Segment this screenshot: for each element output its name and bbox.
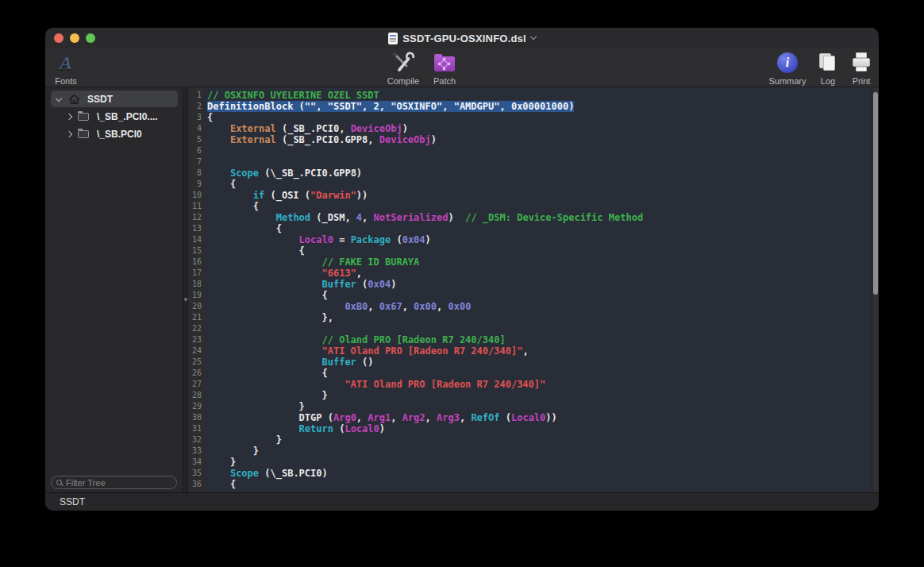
summary-label: Summary [768,76,806,86]
code-line[interactable]: Method (_DSM, 4, NotSerialized) // _DSM:… [204,212,872,223]
line-number: 16 [188,256,204,268]
line-number: 28 [188,390,204,401]
code-line[interactable]: Scope (\_SB_.PCI0.GPP8) [204,168,872,179]
line-number: 20 [188,301,204,312]
code-line[interactable]: Return (Local0) [204,423,872,434]
line-numbers: 1234567891011121314151617181920212223242… [188,87,204,492]
compile-button[interactable]: Compile [379,51,427,86]
tree-item-sb-pci0[interactable]: \_SB.PCI0 [45,125,183,143]
line-number: 14 [188,234,204,245]
tree-item-ssdt[interactable]: SSDT [45,91,183,108]
code-line[interactable]: DefinitionBlock ("", "SSDT", 2, "OSXINFO… [204,101,872,112]
code-line[interactable]: { [204,245,872,256]
code-line[interactable]: { [204,368,872,379]
navigation-tree: SSDT \_SB_.PCI0.... \_SB.PCI0 [45,87,183,143]
code-line[interactable]: 0xB0, 0x67, 0x00, 0x00 [204,301,872,312]
code-line[interactable]: { [204,112,872,123]
line-number: 21 [188,312,204,323]
chevron-right-icon[interactable] [66,131,72,137]
patch-folder-gear-icon [434,56,455,71]
line-number: 26 [188,368,204,379]
status-path: SSDT [60,496,85,507]
code-line[interactable]: DTGP (Arg0, Arg1, Arg2, Arg3, RefOf (Loc… [204,412,872,423]
line-number: 27 [188,379,204,390]
compile-label: Compile [387,76,419,86]
code-line[interactable]: // FAKE ID BURAYA [204,256,872,268]
selected-text: DefinitionBlock ("", "SSDT", 2, "OSXINFO… [207,101,574,112]
line-number: 34 [188,457,204,468]
code-line[interactable]: "ATI Oland PRO [Radeon R7 240/340]" [204,379,872,390]
code-line[interactable]: "6613", [204,268,872,279]
line-number: 19 [188,290,204,301]
line-number: 3 [188,112,204,123]
code-line[interactable]: } [204,390,872,401]
sidebar: SSDT \_SB_.PCI0.... \_SB.PCI0 [45,87,183,492]
line-number: 30 [188,412,204,423]
line-number: 23 [188,334,204,345]
splitter-handle-icon[interactable] [184,298,187,301]
log-label: Log [821,76,835,86]
line-number: 31 [188,423,204,434]
code-line[interactable]: Scope (\_SB.PCI0) [204,468,872,479]
printer-icon [852,52,871,72]
search-icon [56,480,62,485]
tree-item-label: SSDT [87,94,113,105]
code-line[interactable]: "ATI Oland PRO [Radeon R7 240/340]", [204,345,872,357]
tree-item-label: \_SB.PCI0 [97,129,142,140]
code-line[interactable]: Buffer () [204,357,872,368]
code-line[interactable]: } [204,434,872,446]
tree-item-label: \_SB_.PCI0.... [97,111,158,122]
code-line[interactable]: if (_OSI ("Darwin")) [204,190,872,201]
line-number: 32 [188,434,204,446]
code-line[interactable]: }, [204,312,872,323]
code-line[interactable]: Local0 = Package (0x04) [204,234,872,245]
folder-icon [78,130,89,138]
line-number: 22 [188,323,204,334]
window-title: SSDT-GPU-OSXINFO.dsl [402,33,526,44]
title-bar[interactable]: SSDT-GPU-OSXINFO.dsl [45,28,879,48]
filter-tree-input[interactable] [66,478,171,488]
scrollbar-thumb[interactable] [873,92,878,295]
code-line[interactable]: { [204,290,872,301]
line-number: 36 [188,479,204,490]
chevron-right-icon[interactable] [66,114,72,120]
document-icon [388,33,398,44]
editor-scrollbar[interactable] [872,87,879,492]
code-line[interactable]: } [204,401,872,412]
code-line[interactable] [204,323,872,334]
code-line[interactable] [204,145,872,156]
code-line[interactable]: { [204,479,872,490]
code-line[interactable]: // Oland PRO [Radeon R7 240/340] [204,334,872,345]
line-number: 7 [188,156,204,168]
toolbar: A Fonts Compile Patch i Summary [45,48,879,87]
line-number: 13 [188,223,204,234]
info-icon: i [777,52,798,73]
code-line[interactable]: } [204,446,872,457]
code-line[interactable]: Buffer (0x04) [204,279,872,290]
code-editor[interactable]: // OSXINFO UYELERINE OZEL SSDTDefinition… [204,87,872,492]
line-number: 6 [188,145,204,156]
code-line[interactable]: { [204,223,872,234]
print-button[interactable]: Print [837,51,879,86]
code-line[interactable]: { [204,201,872,212]
pane-splitter[interactable] [183,87,188,492]
code-line[interactable] [204,156,872,168]
line-number: 1 [188,90,204,101]
title-chevron-down-icon[interactable] [530,33,537,40]
line-number: 25 [188,357,204,368]
line-number: 2 [188,101,204,112]
code-line[interactable]: // OSXINFO UYELERINE OZEL SSDT [204,90,872,101]
fonts-button[interactable]: A Fonts [45,51,90,86]
code-line[interactable]: { [204,179,872,190]
line-number: 8 [188,168,204,179]
code-line[interactable]: External (_SB_.PCI0, DeviceObj) [204,123,872,134]
window-title-area: SSDT-GPU-OSXINFO.dsl [45,28,879,48]
code-line[interactable]: External (_SB_.PCI0.GPP8, DeviceObj) [204,134,872,145]
app-window: SSDT-GPU-OSXINFO.dsl A Fonts Compile Pat… [45,28,879,511]
home-icon [68,94,80,105]
filter-tree-field[interactable] [51,476,177,489]
patch-button[interactable]: Patch [421,51,468,86]
line-number: 10 [188,190,204,201]
tree-item-sb-pci0-gpp8[interactable]: \_SB_.PCI0.... [45,108,183,125]
code-line[interactable]: } [204,457,872,468]
